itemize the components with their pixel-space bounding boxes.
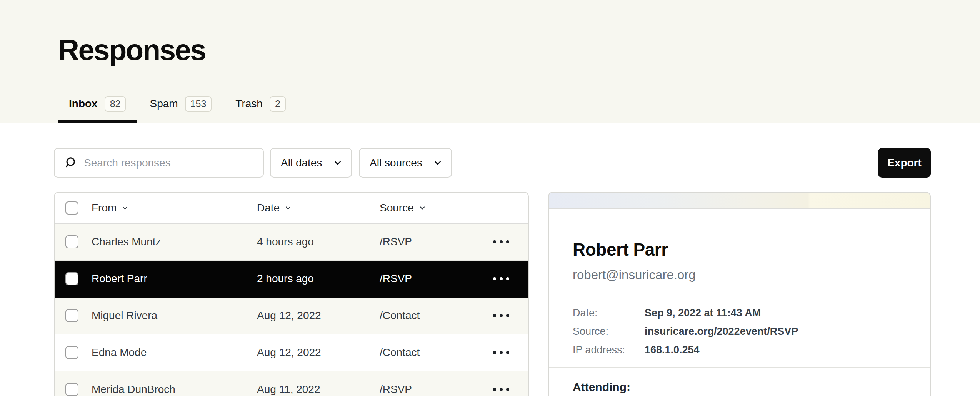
select-all-checkbox[interactable]: [65, 201, 78, 215]
row-checkbox[interactable]: [65, 346, 78, 359]
response-rows: Charles Muntz 4 hours ago /RSVP Robert P…: [55, 224, 528, 396]
export-button[interactable]: Export: [878, 148, 931, 178]
detail-field-label: Date:: [573, 304, 645, 322]
row-from: Merida DunBroch: [92, 383, 257, 396]
tab-trash-label: Trash: [235, 98, 263, 110]
table-row[interactable]: Merida DunBroch Aug 11, 2022 /RSVP: [55, 371, 528, 396]
chevron-down-icon: [333, 158, 343, 168]
detail-name: Robert Parr: [573, 239, 906, 260]
row-actions-button[interactable]: [486, 240, 517, 243]
row-checkbox[interactable]: [65, 383, 78, 396]
row-source: /Contact: [380, 309, 486, 322]
tab-spam[interactable]: Spam 153: [139, 96, 222, 123]
sort-date[interactable]: Date: [257, 202, 380, 214]
detail-field: IP address: 168.1.0.254: [573, 341, 906, 359]
table-row[interactable]: Charles Muntz 4 hours ago /RSVP: [55, 224, 528, 261]
date-column-label: Date: [257, 202, 280, 214]
dates-filter-dropdown[interactable]: All dates: [270, 148, 352, 178]
row-checkbox[interactable]: [65, 235, 78, 248]
row-actions-button[interactable]: [486, 277, 517, 280]
detail-field-value: Sep 9, 2022 at 11:43 AM: [645, 304, 906, 322]
row-from: Edna Mode: [92, 346, 257, 359]
detail-body: Robert Parr robert@insuricare.org Date: …: [549, 209, 930, 394]
search-box: [54, 148, 264, 178]
sources-filter-label: All sources: [370, 157, 422, 169]
source-column-label: Source: [380, 202, 414, 214]
chevron-down-icon: [433, 158, 443, 168]
detail-field-value: insuricare.org/2022event/RSVP: [645, 322, 906, 341]
row-from: Robert Parr: [92, 273, 257, 285]
row-actions-button[interactable]: [486, 314, 517, 317]
page-header: Responses Inbox 82 Spam 153 Trash 2: [0, 0, 980, 123]
tab-inbox-label: Inbox: [69, 98, 98, 110]
from-column-label: From: [92, 202, 117, 214]
search-input[interactable]: [84, 151, 263, 175]
sort-from[interactable]: From: [92, 202, 257, 214]
row-checkbox[interactable]: [65, 309, 78, 322]
row-date: Aug 12, 2022: [257, 346, 380, 359]
row-date: 4 hours ago: [257, 236, 380, 248]
row-source: /RSVP: [380, 236, 486, 248]
detail-field-label: IP address:: [573, 341, 645, 359]
sources-filter-dropdown[interactable]: All sources: [359, 148, 452, 178]
detail-email: robert@insuricare.org: [573, 268, 906, 282]
responses-table: From Date Source Charles Muntz 4 hours a…: [54, 192, 529, 396]
table-row[interactable]: Miguel Rivera Aug 12, 2022 /Contact: [55, 298, 528, 334]
row-from: Charles Muntz: [92, 236, 257, 248]
row-date: Aug 11, 2022: [257, 383, 380, 396]
detail-field-label: Source:: [573, 322, 645, 341]
dates-filter-label: All dates: [281, 157, 322, 169]
page-title: Responses: [58, 33, 205, 67]
tab-inbox[interactable]: Inbox 82: [58, 96, 137, 123]
row-source: /RSVP: [380, 273, 486, 285]
response-detail-panel: Robert Parr robert@insuricare.org Date: …: [548, 192, 931, 396]
tab-bar: Inbox 82 Spam 153 Trash 2: [58, 96, 297, 123]
tab-trash-count-badge: 2: [270, 96, 286, 112]
detail-gradient-band: [549, 193, 930, 209]
chevron-down-icon: [121, 204, 129, 212]
tab-trash[interactable]: Trash 2: [225, 96, 296, 123]
detail-field: Date: Sep 9, 2022 at 11:43 AM: [573, 304, 906, 322]
row-checkbox[interactable]: [65, 272, 78, 285]
row-actions-button[interactable]: [486, 388, 517, 391]
row-actions-button[interactable]: [486, 351, 517, 354]
row-from: Miguel Rivera: [92, 309, 257, 322]
search-icon: [64, 156, 77, 170]
detail-divider: [549, 367, 930, 368]
detail-field-value: 168.1.0.254: [645, 341, 906, 359]
row-date: 2 hours ago: [257, 273, 380, 285]
tab-inbox-count-badge: 82: [105, 96, 126, 112]
sort-source[interactable]: Source: [380, 202, 486, 214]
tab-spam-label: Spam: [150, 98, 178, 110]
row-date: Aug 12, 2022: [257, 309, 380, 322]
detail-section-heading: Attending:: [573, 381, 906, 394]
table-header-row: From Date Source: [55, 193, 528, 224]
row-source: /RSVP: [380, 383, 486, 396]
chevron-down-icon: [284, 204, 292, 212]
detail-field: Source: insuricare.org/2022event/RSVP: [573, 322, 906, 341]
table-row[interactable]: Edna Mode Aug 12, 2022 /Contact: [55, 334, 528, 371]
detail-fields: Date: Sep 9, 2022 at 11:43 AM Source: in…: [573, 304, 906, 359]
tab-spam-count-badge: 153: [185, 96, 212, 112]
row-source: /Contact: [380, 346, 486, 359]
chevron-down-icon: [418, 204, 426, 212]
table-row[interactable]: Robert Parr 2 hours ago /RSVP: [55, 261, 528, 298]
